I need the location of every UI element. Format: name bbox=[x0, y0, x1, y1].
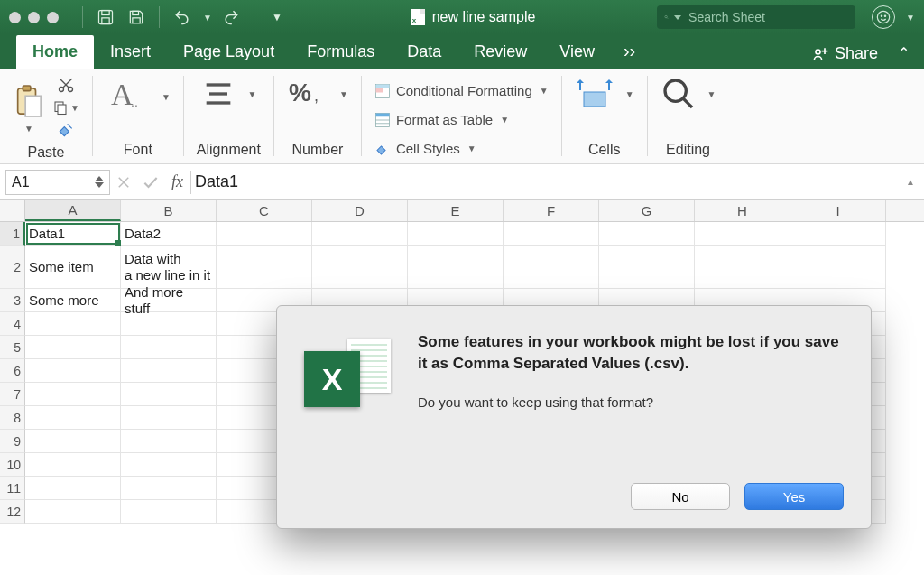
cell-E2[interactable] bbox=[408, 246, 504, 289]
insert-function-icon[interactable]: fx bbox=[164, 172, 190, 191]
save-icon[interactable] bbox=[125, 5, 148, 29]
cell-A8[interactable] bbox=[25, 406, 121, 430]
close-window-button[interactable] bbox=[9, 12, 21, 23]
cell-B3[interactable]: And more stuff bbox=[121, 289, 217, 312]
cell-C2[interactable] bbox=[217, 246, 312, 289]
expand-formula-bar-icon[interactable]: ▲ bbox=[906, 177, 924, 187]
select-all-corner[interactable] bbox=[0, 200, 25, 221]
tab-home[interactable]: Home bbox=[16, 35, 94, 69]
search-scope-caret[interactable] bbox=[674, 15, 681, 20]
name-box[interactable]: A1 bbox=[5, 170, 110, 195]
column-header-A[interactable]: A bbox=[25, 200, 121, 221]
cell-A5[interactable] bbox=[25, 336, 121, 359]
search-sheet-field[interactable] bbox=[657, 5, 855, 29]
cell-B1[interactable]: Data2 bbox=[121, 222, 217, 246]
cell-B9[interactable] bbox=[121, 430, 217, 453]
cell-B12[interactable] bbox=[121, 500, 217, 524]
cell-A3[interactable]: Some more bbox=[25, 289, 121, 312]
cell-B2[interactable]: Data with a new line in it bbox=[121, 246, 217, 289]
dialog-no-button[interactable]: No bbox=[631, 483, 730, 510]
column-header-B[interactable]: B bbox=[121, 200, 217, 221]
redo-icon[interactable] bbox=[219, 5, 243, 29]
search-input[interactable] bbox=[687, 9, 848, 25]
cell-G2[interactable] bbox=[599, 246, 695, 289]
font-group-button[interactable]: A.. ▼ bbox=[106, 76, 171, 117]
cell-D2[interactable] bbox=[312, 246, 408, 289]
row-header-2[interactable]: 2 bbox=[0, 246, 25, 289]
cell-F1[interactable] bbox=[504, 222, 599, 246]
cell-A11[interactable] bbox=[25, 477, 121, 500]
row-header-7[interactable]: 7 bbox=[0, 383, 25, 406]
paste-button[interactable]: ▼ bbox=[13, 82, 43, 134]
cell-B10[interactable] bbox=[121, 453, 217, 477]
cell-A7[interactable] bbox=[25, 383, 121, 406]
number-group-button[interactable]: %, ▼ bbox=[287, 76, 348, 112]
cell-C1[interactable] bbox=[217, 222, 312, 246]
format-as-table-button[interactable]: Format as Table▼ bbox=[374, 108, 549, 132]
cell-B7[interactable] bbox=[121, 383, 217, 406]
tab-formulas[interactable]: Formulas bbox=[291, 35, 391, 69]
cell-B6[interactable] bbox=[121, 359, 217, 383]
collapse-ribbon-icon[interactable]: ⌃ bbox=[889, 37, 919, 69]
enter-formula-icon[interactable] bbox=[137, 173, 164, 191]
format-painter-button[interactable] bbox=[57, 121, 75, 139]
tab-review[interactable]: Review bbox=[457, 35, 543, 69]
share-button[interactable]: Share bbox=[800, 39, 889, 69]
cell-E1[interactable] bbox=[408, 222, 504, 246]
column-header-H[interactable]: H bbox=[695, 200, 790, 221]
cell-styles-button[interactable]: Cell Styles▼ bbox=[374, 137, 549, 161]
cell-I1[interactable] bbox=[790, 222, 886, 246]
cell-A2[interactable]: Some item bbox=[25, 246, 121, 289]
column-header-I[interactable]: I bbox=[790, 200, 886, 221]
row-header-3[interactable]: 3 bbox=[0, 289, 25, 312]
minimize-window-button[interactable] bbox=[28, 12, 40, 23]
cell-A1[interactable]: Data1 bbox=[25, 222, 121, 246]
cell-A6[interactable] bbox=[25, 359, 121, 383]
cancel-formula-icon[interactable] bbox=[110, 174, 137, 190]
cell-H2[interactable] bbox=[695, 246, 790, 289]
tab-data[interactable]: Data bbox=[391, 35, 457, 69]
feedback-smiley-icon[interactable] bbox=[872, 5, 895, 29]
cell-B4[interactable] bbox=[121, 312, 217, 336]
row-header-10[interactable]: 10 bbox=[0, 453, 25, 477]
name-box-stepper[interactable] bbox=[95, 176, 104, 188]
cells-group-button[interactable]: ▼ bbox=[575, 76, 634, 112]
autosave-icon[interactable] bbox=[94, 5, 117, 29]
column-header-E[interactable]: E bbox=[408, 200, 504, 221]
cell-F2[interactable] bbox=[504, 246, 599, 289]
cell-I2[interactable] bbox=[790, 246, 886, 289]
row-header-12[interactable]: 12 bbox=[0, 500, 25, 524]
cell-D1[interactable] bbox=[312, 222, 408, 246]
column-header-G[interactable]: G bbox=[599, 200, 695, 221]
tab-page-layout[interactable]: Page Layout bbox=[167, 35, 291, 69]
cell-A10[interactable] bbox=[25, 453, 121, 477]
column-header-F[interactable]: F bbox=[504, 200, 599, 221]
tab-view[interactable]: View bbox=[543, 35, 611, 69]
cell-B8[interactable] bbox=[121, 406, 217, 430]
undo-icon[interactable] bbox=[171, 5, 194, 29]
cell-A12[interactable] bbox=[25, 500, 121, 524]
copy-button[interactable]: ▼ bbox=[52, 99, 79, 116]
row-header-5[interactable]: 5 bbox=[0, 336, 25, 359]
zoom-window-button[interactable] bbox=[47, 12, 59, 23]
column-header-D[interactable]: D bbox=[312, 200, 408, 221]
cell-H1[interactable] bbox=[695, 222, 790, 246]
dialog-yes-button[interactable]: Yes bbox=[744, 483, 844, 510]
cell-B5[interactable] bbox=[121, 336, 217, 359]
row-header-1[interactable]: 1 bbox=[0, 222, 25, 246]
cell-B11[interactable] bbox=[121, 477, 217, 500]
row-header-6[interactable]: 6 bbox=[0, 359, 25, 383]
cell-G1[interactable] bbox=[599, 222, 695, 246]
cell-A9[interactable] bbox=[25, 430, 121, 453]
qat-customize-icon[interactable]: ▼ bbox=[265, 5, 289, 29]
conditional-formatting-button[interactable]: Conditional Formatting▼ bbox=[374, 79, 549, 103]
cut-button[interactable] bbox=[57, 76, 75, 94]
column-header-C[interactable]: C bbox=[217, 200, 312, 221]
formula-input[interactable]: Data1 bbox=[191, 172, 906, 191]
row-header-8[interactable]: 8 bbox=[0, 406, 25, 430]
tabs-overflow-icon[interactable]: ›› bbox=[611, 33, 648, 69]
row-header-9[interactable]: 9 bbox=[0, 430, 25, 453]
cell-A4[interactable] bbox=[25, 312, 121, 336]
row-header-4[interactable]: 4 bbox=[0, 312, 25, 336]
alignment-group-button[interactable]: ▼ bbox=[200, 76, 256, 112]
